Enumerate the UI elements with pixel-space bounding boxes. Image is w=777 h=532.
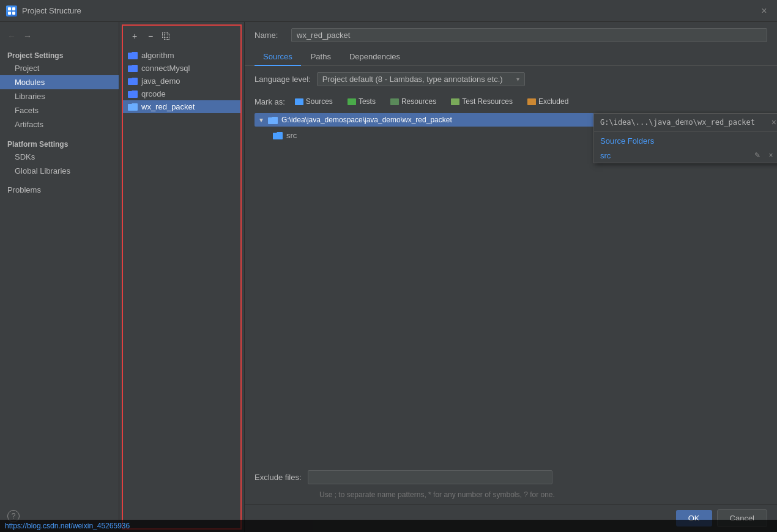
content-root-area: + Add Content Root ▼ G:\idea\java_demosp…: [245, 111, 777, 465]
dialog-title: Project Structure: [22, 6, 81, 15]
modules-panel: + − ⿻ algorithm: [119, 22, 245, 532]
lang-row: Language level: Project default (8 - Lam…: [245, 66, 777, 92]
back-button[interactable]: ←: [5, 29, 18, 43]
add-module-button[interactable]: +: [128, 29, 141, 43]
modules-toolbar: + − ⿻: [122, 24, 242, 46]
exclude-input[interactable]: [308, 470, 552, 484]
svg-rect-3: [12, 12, 15, 15]
exclude-label: Exclude files:: [255, 473, 302, 482]
sidebar: ← → Project Settings Project Modules Lib…: [0, 22, 119, 532]
popup-close-button[interactable]: ×: [771, 117, 776, 127]
excluded-icon: [527, 98, 536, 105]
main-panel: Name: Sources Paths Dependencies Languag…: [245, 22, 777, 532]
title-bar: Project Structure ×: [0, 0, 777, 22]
content-root-path: G:\idea\java_demospace\java_demo\wx_red_…: [281, 116, 452, 124]
sidebar-item-global-libraries[interactable]: Global Libraries: [0, 164, 119, 178]
tests-icon: [348, 98, 356, 105]
name-input[interactable]: [291, 28, 767, 42]
name-label: Name:: [255, 31, 285, 40]
project-structure-dialog: Project Structure × ← → Project Settings…: [0, 0, 777, 532]
svg-rect-0: [8, 7, 11, 10]
exclude-hint: Use ; to separate name patterns, * for a…: [245, 489, 777, 504]
copy-module-button[interactable]: ⿻: [160, 29, 173, 43]
mark-sources-button[interactable]: Sources: [290, 96, 338, 107]
popup-source-folders-title: Source Folders: [594, 131, 777, 148]
tab-paths[interactable]: Paths: [302, 48, 340, 66]
sidebar-item-problems[interactable]: Problems: [0, 183, 119, 197]
close-button[interactable]: ×: [757, 4, 771, 18]
project-settings-header: Project Settings: [0, 48, 119, 61]
modules-list: algorithm connectMysql: [122, 46, 242, 530]
mark-resources-button[interactable]: Resources: [385, 96, 441, 107]
lang-dropdown-value: Project default (8 - Lambdas, type annot…: [322, 75, 513, 84]
sidebar-item-sdks[interactable]: SDKs: [0, 150, 119, 164]
module-item-algorithm[interactable]: algorithm: [123, 49, 240, 62]
module-item-qrcode[interactable]: qrcode: [123, 87, 240, 100]
svg-rect-1: [12, 7, 15, 10]
name-row: Name:: [245, 22, 777, 48]
forward-button[interactable]: →: [21, 29, 34, 43]
popup-remove-button[interactable]: ×: [765, 150, 776, 161]
lang-label: Language level:: [255, 75, 311, 84]
module-item-connectmysql[interactable]: connectMysql: [123, 62, 240, 75]
popup-path: G:\idea\...\java_demo\wx_red_packet: [600, 118, 755, 127]
popup-edit-button[interactable]: ✎: [752, 150, 763, 161]
chevron-down-icon: ▾: [516, 76, 519, 83]
popup-header: G:\idea\...\java_demo\wx_red_packet ×: [594, 114, 777, 131]
app-icon: [6, 6, 17, 17]
sidebar-item-facets[interactable]: Facets: [0, 103, 119, 117]
test-resources-icon: [451, 98, 459, 105]
folder-icon: [128, 51, 138, 59]
mark-test-resources-button[interactable]: Test Resources: [446, 96, 518, 107]
nav-row: ← →: [0, 27, 119, 48]
module-item-wx-red-packet[interactable]: wx_red_packet: [123, 100, 240, 113]
exclude-row: Exclude files:: [245, 465, 777, 489]
sidebar-item-libraries[interactable]: Libraries: [0, 89, 119, 103]
resources-icon: [390, 98, 399, 105]
src-folder-label: src: [286, 131, 297, 140]
title-bar-left: Project Structure: [6, 6, 81, 17]
tabs-row: Sources Paths Dependencies: [245, 48, 777, 66]
mark-tests-button[interactable]: Tests: [343, 96, 381, 107]
folder-icon: [128, 90, 138, 98]
section-divider: [0, 131, 119, 136]
url-text: https://blog.csdn.net/weixin_45265936: [5, 522, 130, 530]
popup-panel: G:\idea\...\java_demo\wx_red_packet × So…: [593, 113, 777, 163]
content-root-folder-icon: [268, 116, 278, 124]
tab-dependencies[interactable]: Dependencies: [341, 48, 409, 66]
popup-src-row: src ✎ ×: [594, 148, 777, 163]
platform-settings-header: Platform Settings: [0, 136, 119, 150]
svg-rect-2: [8, 12, 11, 15]
src-folder-icon: [273, 131, 283, 139]
mark-as-label: Mark as:: [255, 97, 285, 106]
module-item-javademo[interactable]: java_demo: [123, 75, 240, 87]
folder-icon: [128, 77, 138, 85]
url-bar: https://blog.csdn.net/weixin_45265936: [0, 520, 777, 532]
tab-sources[interactable]: Sources: [255, 48, 301, 66]
sidebar-item-artifacts[interactable]: Artifacts: [0, 117, 119, 131]
folder-icon: [128, 64, 138, 72]
popup-src-label: src: [600, 151, 611, 160]
main-content: ← → Project Settings Project Modules Lib…: [0, 22, 777, 532]
remove-module-button[interactable]: −: [144, 29, 157, 43]
folder-icon-selected: [128, 103, 138, 111]
sources-icon: [295, 98, 303, 105]
mark-excluded-button[interactable]: Excluded: [522, 96, 573, 107]
lang-dropdown[interactable]: Project default (8 - Lambdas, type annot…: [317, 72, 525, 86]
sidebar-item-project[interactable]: Project: [0, 61, 119, 75]
popup-folder-actions: ✎ ×: [752, 150, 776, 161]
tree-expand-icon: ▼: [258, 117, 264, 124]
sidebar-item-modules[interactable]: Modules: [0, 75, 119, 89]
mark-as-row: Mark as: Sources Tests Resources Test Re…: [245, 92, 777, 111]
